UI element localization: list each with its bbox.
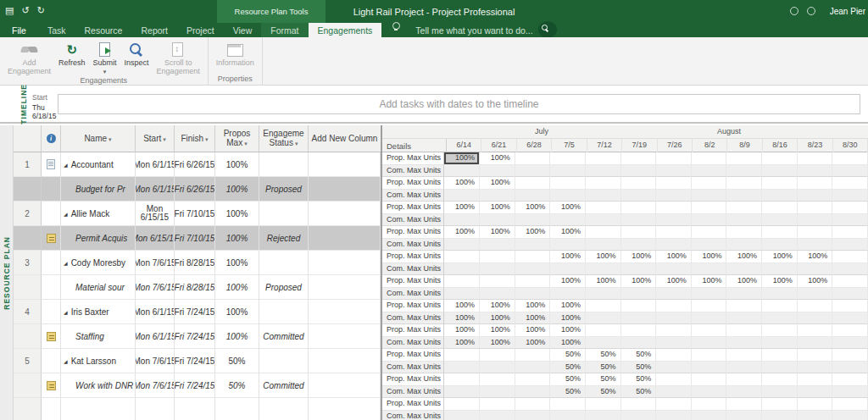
detail-cell[interactable] — [726, 177, 762, 190]
cell-finish[interactable]: Fri 7/10/15 — [175, 202, 215, 226]
detail-cell[interactable] — [480, 288, 515, 301]
detail-cell[interactable] — [692, 386, 727, 399]
detail-cell[interactable] — [692, 190, 727, 202]
detail-cell[interactable]: 100% — [798, 251, 833, 263]
detail-cell[interactable] — [798, 165, 833, 178]
detail-row[interactable]: Prop. Max Units100%100%100%100% — [382, 300, 868, 312]
detail-cell[interactable] — [444, 190, 480, 202]
detail-cell[interactable] — [621, 177, 657, 190]
detail-label[interactable]: Com. Max Units — [382, 165, 444, 178]
detail-cell[interactable] — [515, 165, 551, 178]
detail-cell[interactable] — [480, 251, 515, 263]
detail-row[interactable]: Com. Max Units50%50%50% — [382, 386, 868, 399]
save-icon[interactable]: ▤ — [5, 4, 14, 16]
detail-label[interactable]: Prop. Max Units — [382, 349, 444, 362]
detail-cell[interactable] — [480, 263, 515, 276]
detail-cell[interactable] — [550, 214, 586, 227]
detail-cell[interactable] — [621, 263, 657, 276]
detail-cell[interactable] — [550, 288, 586, 301]
cell-name[interactable]: Permit Acquis — [61, 226, 136, 251]
detail-row[interactable]: Prop. Max Units100%100%100%100% — [382, 324, 868, 337]
detail-cell[interactable]: 100% — [656, 251, 692, 263]
table-row[interactable]: StaffingMon 6/1/15Fri 7/24/15100%Committ… — [14, 324, 381, 349]
detail-cell[interactable] — [656, 214, 692, 227]
detail-cell[interactable] — [692, 398, 727, 411]
detail-cell[interactable] — [832, 275, 868, 288]
refresh-button[interactable]: ↻Refresh — [56, 40, 88, 68]
detail-cell[interactable]: 50% — [621, 349, 657, 362]
detail-cell[interactable] — [726, 411, 762, 420]
table-row[interactable]: Material sourMon 7/6/15Fri 8/28/15100%Pr… — [14, 275, 381, 300]
detail-cell[interactable] — [832, 152, 868, 165]
detail-cell[interactable] — [656, 288, 692, 301]
detail-cell[interactable]: 50% — [586, 386, 621, 399]
detail-cell[interactable]: 100% — [621, 275, 657, 288]
detail-cell[interactable] — [726, 226, 762, 239]
cell-engagement-status[interactable]: Proposed — [259, 275, 309, 300]
detail-cell[interactable]: 100% — [480, 312, 515, 325]
detail-row[interactable]: Prop. Max Units50%50%50% — [382, 349, 868, 362]
detail-cell[interactable] — [550, 411, 586, 420]
detail-cell[interactable] — [692, 165, 727, 178]
empty-cell[interactable] — [42, 398, 61, 420]
detail-cell[interactable] — [692, 214, 727, 227]
table-row[interactable]: Work with DNRMon 7/6/15Fri 7/24/1550%Com… — [14, 373, 381, 398]
detail-cell[interactable] — [515, 263, 551, 276]
detail-cell[interactable] — [656, 362, 692, 374]
detail-cell[interactable] — [550, 165, 586, 178]
empty-cell[interactable] — [61, 398, 136, 420]
cell-finish[interactable]: Fri 7/10/15 — [175, 226, 215, 251]
detail-cell[interactable] — [832, 411, 868, 420]
detail-cell[interactable]: 100% — [480, 337, 515, 350]
detail-cell[interactable] — [832, 177, 868, 190]
detail-cell[interactable]: 100% — [444, 152, 480, 165]
detail-cell[interactable] — [692, 226, 727, 239]
cell-proposed-max[interactable]: 50% — [215, 373, 259, 398]
detail-cell[interactable]: 100% — [550, 300, 586, 312]
detail-cell[interactable]: 100% — [762, 251, 798, 263]
detail-cell[interactable] — [586, 288, 621, 301]
detail-cell[interactable] — [550, 239, 586, 251]
detail-row[interactable]: Com. Max Units — [382, 288, 868, 301]
detail-cell[interactable] — [586, 312, 621, 325]
detail-cell[interactable]: 100% — [550, 312, 586, 325]
detail-cell[interactable] — [480, 214, 515, 227]
detail-cell[interactable] — [798, 152, 833, 165]
minimize-icon[interactable] — [807, 7, 815, 15]
detail-cell[interactable] — [762, 226, 798, 239]
detail-cell[interactable]: 50% — [621, 386, 657, 399]
detail-cell[interactable]: 100% — [444, 312, 480, 325]
detail-cell[interactable] — [798, 239, 833, 251]
detail-cell[interactable]: 100% — [480, 202, 515, 214]
detail-label[interactable]: Com. Max Units — [382, 263, 444, 276]
detail-cell[interactable] — [480, 386, 515, 399]
detail-cell[interactable] — [586, 263, 621, 276]
cell-add-new-column[interactable] — [309, 251, 381, 275]
detail-cell[interactable] — [832, 300, 868, 312]
detail-cell[interactable]: 50% — [550, 373, 586, 386]
detail-row[interactable]: Prop. Max Units100%100% — [382, 177, 868, 190]
empty-cell[interactable] — [215, 398, 259, 420]
detail-cell[interactable] — [762, 202, 798, 214]
detail-cell[interactable] — [480, 411, 515, 420]
detail-cell[interactable] — [586, 152, 621, 165]
detail-cell[interactable] — [656, 152, 692, 165]
cell-proposed-max[interactable]: 100% — [215, 300, 259, 324]
detail-cell[interactable] — [656, 398, 692, 411]
detail-cell[interactable] — [656, 411, 692, 420]
detail-cell[interactable] — [798, 263, 833, 276]
detail-cell[interactable] — [762, 324, 798, 337]
detail-cell[interactable] — [726, 190, 762, 202]
detail-cell[interactable] — [798, 190, 833, 202]
detail-cell[interactable] — [692, 202, 727, 214]
detail-cell[interactable] — [656, 177, 692, 190]
detail-row[interactable]: Com. Max Units — [382, 411, 868, 420]
detail-cell[interactable] — [798, 214, 833, 227]
detail-cell[interactable] — [586, 300, 621, 312]
detail-cell[interactable] — [832, 251, 868, 263]
detail-cell[interactable] — [621, 398, 657, 411]
cell-engagement-status[interactable] — [259, 349, 309, 373]
detail-cell[interactable] — [832, 324, 868, 337]
detail-cell[interactable] — [586, 202, 621, 214]
detail-cell[interactable] — [832, 214, 868, 227]
